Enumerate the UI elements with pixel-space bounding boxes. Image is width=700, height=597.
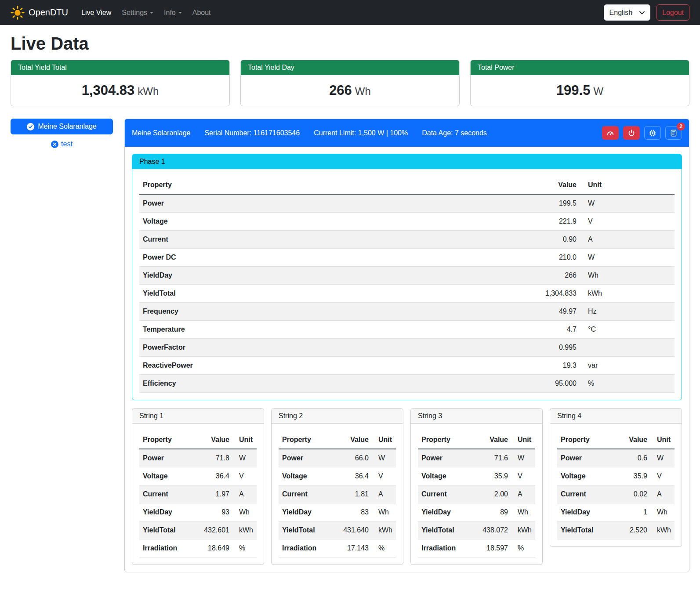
- table-row: YieldDay89Wh: [418, 503, 535, 521]
- brand-label: OpenDTU: [29, 7, 68, 18]
- cpu-icon: [649, 129, 656, 137]
- table-row: Power199.5W: [139, 194, 675, 213]
- property-cell: Power DC: [139, 249, 403, 267]
- table-header-row: Property Value Unit: [139, 176, 675, 194]
- inverter-panel-header: Meine Solaranlage Serial Number: 1161716…: [125, 119, 689, 147]
- column-header-value: Value: [335, 431, 372, 449]
- summary-card-total-power: Total Power 199.5W: [470, 60, 689, 106]
- property-cell: Power: [418, 449, 475, 467]
- property-cell: YieldDay: [139, 267, 403, 285]
- summary-card-title: Total Yield Day: [241, 60, 459, 75]
- string-table: PropertyValueUnitPower66.0WVoltage36.4VC…: [279, 431, 396, 557]
- string-table: PropertyValueUnitPower71.8WVoltage36.4VC…: [139, 431, 257, 557]
- string-card-title: String 2: [272, 409, 403, 424]
- logout-button[interactable]: Logout: [656, 4, 689, 21]
- table-row: Current1.81A: [279, 485, 396, 503]
- event-log-button[interactable]: 2: [665, 126, 682, 140]
- serial-number: Serial Number: 116171603546: [204, 129, 300, 137]
- property-cell: YieldTotal: [139, 521, 196, 539]
- table-row: Power71.8W: [139, 449, 257, 467]
- string-card: String 4PropertyValueUnitPower0.6WVoltag…: [550, 408, 682, 547]
- unit-cell: A: [511, 485, 535, 503]
- property-cell: Temperature: [139, 321, 403, 339]
- nav-item-info[interactable]: Info: [159, 5, 187, 20]
- chevron-down-icon: [150, 12, 153, 14]
- unit-cell: A: [233, 485, 257, 503]
- sidebar-item-test-label: test: [61, 140, 73, 148]
- value-cell: 17.143: [335, 539, 372, 557]
- property-cell: Current: [557, 485, 614, 503]
- unit-cell: %: [580, 375, 675, 393]
- value-cell: 71.6: [475, 449, 511, 467]
- value-cell: 210.0: [403, 249, 580, 267]
- nav-item-settings[interactable]: Settings: [116, 5, 159, 20]
- column-header-unit: Unit: [511, 431, 535, 449]
- power-toggle-button[interactable]: [623, 126, 640, 140]
- sidebar-item-test[interactable]: test: [11, 140, 113, 148]
- table-row: YieldTotal431.640kWh: [279, 521, 396, 539]
- summary-card-unit: W: [593, 85, 603, 97]
- summary-card-title: Total Yield Total: [11, 60, 229, 75]
- brand[interactable]: OpenDTU: [11, 6, 68, 20]
- summary-card-title: Total Power: [471, 60, 689, 75]
- value-cell: 0.995: [403, 339, 580, 357]
- property-cell: Frequency: [139, 303, 403, 321]
- property-cell: ReactivePower: [139, 357, 403, 375]
- device-info-button[interactable]: [644, 126, 661, 140]
- string-table: PropertyValueUnitPower71.6WVoltage35.9VC…: [418, 431, 535, 557]
- nav-item-about[interactable]: About: [187, 5, 216, 20]
- property-cell: Voltage: [139, 213, 403, 231]
- value-cell: 83: [335, 503, 372, 521]
- inverter-select-button[interactable]: Meine Solaranlage: [11, 119, 113, 134]
- phase-card: Phase 1 Property Value Unit Power199.5WV…: [132, 154, 682, 400]
- unit-cell: Wh: [580, 267, 675, 285]
- nav-info-label: Info: [164, 9, 176, 17]
- value-cell: 49.97: [403, 303, 580, 321]
- unit-cell: kWh: [233, 521, 257, 539]
- column-header-property: Property: [418, 431, 475, 449]
- inverter-select-label: Meine Solaranlage: [38, 123, 96, 130]
- phase-table: Property Value Unit Power199.5WVoltage22…: [139, 176, 675, 393]
- unit-cell: Wh: [651, 503, 675, 521]
- string-card-title: String 4: [550, 409, 682, 424]
- table-row: Voltage36.4V: [139, 467, 257, 485]
- inverter-panel: Meine Solaranlage Serial Number: 1161716…: [124, 119, 689, 572]
- column-header-property: Property: [139, 176, 403, 194]
- inverter-panel-body: Phase 1 Property Value Unit Power199.5WV…: [125, 147, 689, 572]
- column-header-value: Value: [614, 431, 651, 449]
- string-card-title: String 1: [132, 409, 264, 424]
- main-content: Live Data Total Yield Total 1,304.83kWh …: [0, 25, 700, 583]
- property-cell: Voltage: [557, 467, 614, 485]
- table-header-row: PropertyValueUnit: [279, 431, 396, 449]
- table-row: Voltage221.9V: [139, 213, 675, 231]
- property-cell: Voltage: [418, 467, 475, 485]
- unit-cell: V: [511, 467, 535, 485]
- unit-cell: W: [580, 194, 675, 213]
- value-cell: 35.9: [614, 467, 651, 485]
- summary-card-value: 1,304.83: [82, 83, 135, 98]
- table-row: YieldDay266Wh: [139, 267, 675, 285]
- unit-cell: V: [372, 467, 396, 485]
- unit-cell: Wh: [233, 503, 257, 521]
- column-header-property: Property: [557, 431, 614, 449]
- nav-item-live-view[interactable]: Live View: [76, 5, 116, 20]
- table-row: Current2.00A: [418, 485, 535, 503]
- unit-cell: Wh: [372, 503, 396, 521]
- property-cell: YieldDay: [279, 503, 335, 521]
- column-header-value: Value: [403, 176, 580, 194]
- value-cell: 93: [196, 503, 233, 521]
- unit-cell: W: [372, 449, 396, 467]
- table-row: YieldTotal2.520kWh: [557, 521, 675, 539]
- unit-cell: W: [511, 449, 535, 467]
- unit-cell: V: [233, 467, 257, 485]
- limit-settings-button[interactable]: [602, 126, 619, 140]
- column-header-property: Property: [279, 431, 335, 449]
- language-select[interactable]: English: [604, 4, 650, 21]
- gauge-icon: [606, 129, 614, 137]
- table-row: Voltage36.4V: [279, 467, 396, 485]
- unit-cell: °C: [580, 321, 675, 339]
- table-row: ReactivePower19.3var: [139, 357, 675, 375]
- navbar: OpenDTU Live View Settings Info About En…: [0, 0, 700, 25]
- unit-cell: A: [580, 231, 675, 249]
- x-circle-icon: [51, 141, 58, 148]
